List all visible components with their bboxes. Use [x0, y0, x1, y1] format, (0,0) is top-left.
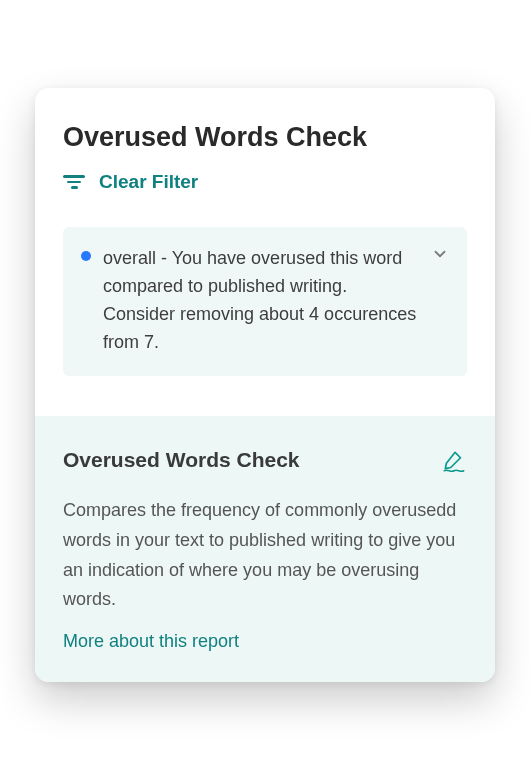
chevron-down-icon[interactable] [431, 245, 449, 267]
suggestion-item[interactable]: overall - You have overused this word co… [63, 227, 467, 377]
suggestion-text: overall - You have overused this word co… [103, 245, 449, 357]
status-dot-icon [81, 251, 91, 261]
clear-filter-label[interactable]: Clear Filter [99, 171, 198, 193]
card-inner: Overused Words Check Clear Filter overal… [35, 88, 495, 377]
info-header: Overused Words Check [63, 448, 467, 478]
info-title: Overused Words Check [63, 448, 300, 472]
page-title: Overused Words Check [63, 122, 467, 153]
clear-filter-row[interactable]: Clear Filter [63, 171, 467, 193]
info-panel: Overused Words Check Compares the freque… [35, 416, 495, 682]
pencil-icon [441, 448, 467, 478]
filter-icon [63, 175, 85, 189]
more-about-link[interactable]: More about this report [63, 631, 239, 651]
panel-card: Overused Words Check Clear Filter overal… [35, 88, 495, 682]
info-body: Compares the frequency of commonly overu… [63, 496, 467, 615]
